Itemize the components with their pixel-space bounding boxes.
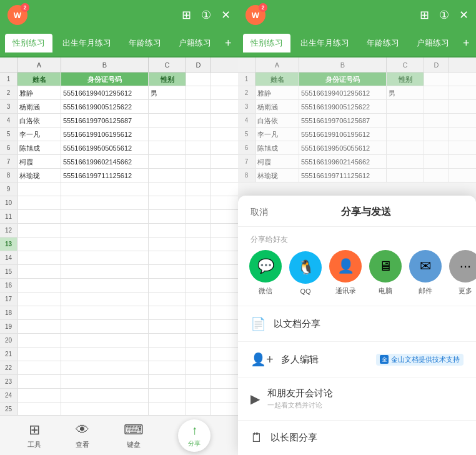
cell-10-d[interactable]: [186, 196, 211, 209]
cell-3-d[interactable]: [186, 100, 211, 113]
cell-13-b[interactable]: [61, 238, 149, 251]
cell-17-d[interactable]: [186, 292, 211, 306]
cell-20-c[interactable]: [149, 334, 186, 347]
cell-2-a[interactable]: 雅静: [17, 86, 61, 99]
cell-25-d[interactable]: [186, 402, 211, 415]
cell-8-c[interactable]: [149, 169, 186, 182]
cell-25-b[interactable]: [61, 402, 149, 415]
cell-15-b[interactable]: [61, 265, 149, 278]
tab-gender-right[interactable]: 性别练习: [243, 34, 290, 52]
cell-9-b[interactable]: [61, 182, 149, 196]
cell-25-a[interactable]: [17, 402, 61, 415]
cell-17-a[interactable]: [17, 292, 61, 306]
cell-6-c[interactable]: [149, 141, 186, 154]
cell-11-d[interactable]: [186, 210, 211, 223]
cell-18-a[interactable]: [17, 306, 61, 319]
share-icon-qq[interactable]: 🐧 QQ: [288, 251, 323, 295]
cell-23-c[interactable]: [149, 375, 186, 388]
cell-19-d[interactable]: [186, 320, 211, 333]
cell-11-a[interactable]: [17, 210, 61, 223]
cell-7-c[interactable]: [149, 155, 186, 168]
cell-21-a[interactable]: [17, 348, 61, 361]
cell-22-d[interactable]: [186, 361, 211, 374]
cell-12-b[interactable]: [61, 224, 149, 237]
cell-4-d[interactable]: [186, 114, 211, 127]
cell-1d[interactable]: [186, 72, 211, 86]
avatar[interactable]: W 2: [7, 5, 27, 25]
cell-12-c[interactable]: [149, 224, 186, 237]
cell-17-c[interactable]: [149, 292, 186, 306]
cell-7-b[interactable]: 555166199602145662: [61, 155, 149, 168]
share-menu-以长图分享[interactable]: 🗒 以长图分享: [238, 420, 476, 455]
cell-24-a[interactable]: [17, 389, 61, 402]
cell-7-a[interactable]: 柯霞: [17, 155, 61, 168]
cell-3-b[interactable]: 555166199005125622: [61, 100, 149, 113]
cell-1a[interactable]: 姓名: [17, 72, 61, 86]
cell-16-a[interactable]: [17, 279, 61, 292]
cell-19-a[interactable]: [17, 320, 61, 333]
cell-6-b[interactable]: 555166199505055612: [61, 141, 149, 154]
cell-20-a[interactable]: [17, 334, 61, 347]
cell-10-a[interactable]: [17, 196, 61, 209]
cell-21-b[interactable]: [61, 348, 149, 361]
tab-household[interactable]: 户籍练习: [171, 34, 219, 52]
cell-8-d[interactable]: [186, 169, 211, 182]
cell-5-d[interactable]: [186, 128, 211, 141]
tab-gender[interactable]: 性别练习: [5, 34, 52, 52]
share-button[interactable]: ↑ 分享: [178, 419, 211, 452]
cell-19-c[interactable]: [149, 320, 186, 333]
tab-age[interactable]: 年龄练习: [121, 34, 169, 52]
cell-6-a[interactable]: 陈旭成: [17, 141, 61, 154]
cell-18-b[interactable]: [61, 306, 149, 319]
cell-13-d[interactable]: [186, 238, 211, 251]
cell-2-d[interactable]: [186, 86, 211, 99]
share-icon-wechat[interactable]: 💬 微信: [248, 250, 283, 296]
cell-18-d[interactable]: [186, 306, 211, 319]
cell-15-a[interactable]: [17, 265, 61, 278]
window-icon-right[interactable]: ①: [439, 8, 449, 22]
share-cancel-button[interactable]: 取消: [250, 207, 268, 218]
share-menu-多人编辑[interactable]: 👤+ 多人编辑 金 金山文档提供技术支持: [238, 341, 476, 377]
cell-6-d[interactable]: [186, 141, 211, 154]
cell-10-c[interactable]: [149, 196, 186, 209]
cell-18-c[interactable]: [149, 306, 186, 319]
keyboard-button[interactable]: ⌨ 键盘: [124, 422, 144, 449]
tab-birthday[interactable]: 出生年月练习: [55, 34, 119, 52]
tools-button[interactable]: ⊞ 工具: [27, 422, 41, 449]
cell-8-a[interactable]: 林瑜珑: [17, 169, 61, 182]
cell-8-b[interactable]: 555166199711125612: [61, 169, 149, 182]
add-tab-icon[interactable]: +: [221, 37, 236, 50]
view-button[interactable]: 👁 查看: [76, 422, 89, 449]
grid-icon[interactable]: ⊞: [182, 8, 191, 22]
share-menu-以文档分享[interactable]: 📄 以文档分享: [238, 306, 476, 341]
cell-23-a[interactable]: [17, 375, 61, 388]
share-icon-email[interactable]: ✉ 邮件: [408, 250, 443, 296]
cell-9-c[interactable]: [149, 182, 186, 196]
cell-14-c[interactable]: [149, 251, 186, 264]
cell-14-a[interactable]: [17, 251, 61, 264]
cell-20-d[interactable]: [186, 334, 211, 347]
cell-13-a[interactable]: [17, 238, 61, 251]
cell-5-b[interactable]: 555166199106195612: [61, 128, 149, 141]
share-icon-contacts[interactable]: 👤 通讯录: [328, 250, 363, 296]
tab-household-right[interactable]: 户籍练习: [409, 34, 457, 52]
cell-22-b[interactable]: [61, 361, 149, 374]
cell-2-c[interactable]: 男: [149, 86, 186, 99]
cell-15-c[interactable]: [149, 265, 186, 278]
grid-icon-right[interactable]: ⊞: [420, 8, 429, 22]
cell-21-d[interactable]: [186, 348, 211, 361]
cell-1c[interactable]: 性别: [149, 72, 186, 86]
cell-10-b[interactable]: [61, 196, 149, 209]
close-icon-right[interactable]: ✕: [459, 8, 469, 22]
cell-21-c[interactable]: [149, 348, 186, 361]
cell-13-c[interactable]: [149, 238, 186, 251]
cell-1b[interactable]: 身份证号码: [61, 72, 149, 86]
cell-16-b[interactable]: [61, 279, 149, 292]
cell-9-d[interactable]: [186, 182, 211, 196]
cell-23-d[interactable]: [186, 375, 211, 388]
cell-4-c[interactable]: [149, 114, 186, 127]
cell-14-d[interactable]: [186, 251, 211, 264]
share-icon-pc[interactable]: 🖥 电脑: [368, 250, 403, 296]
cell-19-b[interactable]: [61, 320, 149, 333]
cell-5-a[interactable]: 李一凡: [17, 128, 61, 141]
